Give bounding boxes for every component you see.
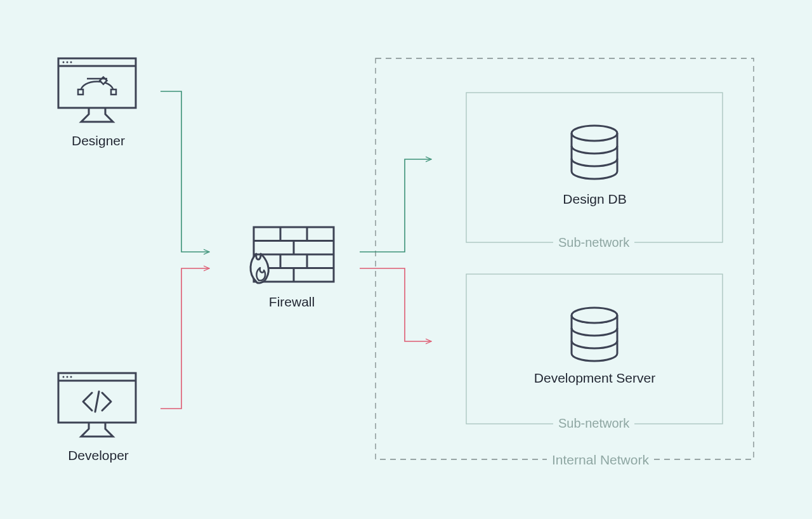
design-db-icon	[572, 126, 617, 179]
internal-network-label: Internal Network	[547, 452, 654, 468]
sub-network-1-label: Sub-network	[553, 235, 634, 250]
firewall-icon	[251, 227, 334, 283]
sub-network-1-frame	[466, 93, 723, 242]
dev-server-icon	[572, 308, 617, 361]
developer-icon	[58, 373, 136, 437]
svg-point-11	[63, 376, 65, 378]
svg-point-2	[63, 62, 65, 63]
firewall-label: Firewall	[247, 294, 336, 310]
svg-point-26	[572, 308, 617, 323]
edge-designer-to-firewall	[160, 91, 209, 252]
svg-point-12	[67, 376, 69, 378]
svg-point-13	[70, 376, 72, 378]
svg-rect-5	[78, 89, 83, 95]
design-db-label: Design DB	[520, 192, 669, 207]
diagram-canvas	[0, 0, 812, 519]
edge-firewall-to-design-db	[360, 159, 431, 252]
svg-line-14	[95, 391, 99, 412]
developer-label: Developer	[51, 448, 146, 463]
svg-point-25	[572, 126, 617, 141]
svg-point-3	[67, 62, 69, 63]
svg-point-4	[70, 62, 72, 63]
dev-server-label: Development Server	[495, 371, 695, 386]
edge-developer-to-firewall	[160, 268, 209, 409]
designer-icon	[58, 58, 136, 122]
designer-label: Designer	[51, 133, 146, 148]
svg-rect-6	[111, 89, 116, 95]
sub-network-2-label: Sub-network	[553, 416, 634, 431]
internal-network-frame	[376, 58, 754, 459]
edge-firewall-to-dev-server	[360, 268, 431, 341]
